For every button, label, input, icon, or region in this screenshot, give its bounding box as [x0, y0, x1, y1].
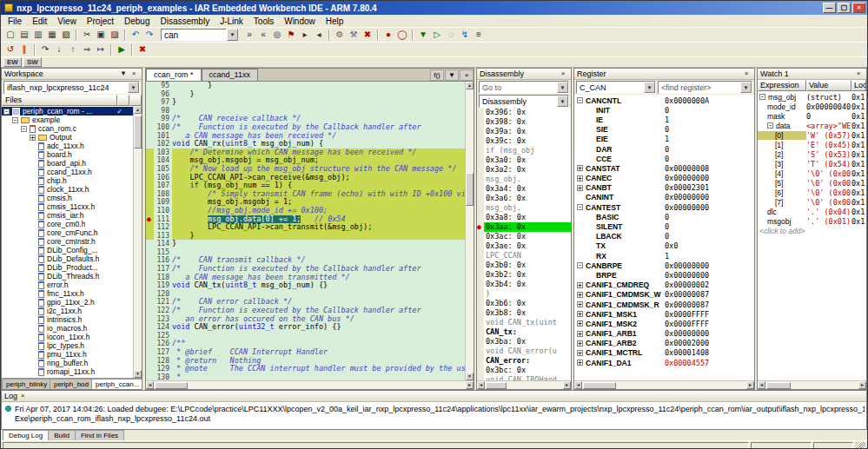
register-row[interactable]: +CANIF1_MSK10x0000FFFF	[574, 309, 754, 319]
erase-memory-icon[interactable]: ◌	[444, 29, 458, 41]
expand-toggle[interactable]: +	[577, 165, 583, 171]
scroll-thumb[interactable]	[466, 173, 474, 206]
watch-row[interactable]: -data<array>"WEST"0x1	[758, 121, 866, 130]
breakpoint-margin[interactable]	[146, 248, 154, 257]
breakpoint-margin[interactable]	[146, 365, 154, 373]
tree-item[interactable]: +ring_buffer.h	[2, 359, 133, 367]
expand-toggle[interactable]: +	[577, 311, 583, 317]
undo-icon[interactable]: ↶	[129, 29, 142, 41]
watch-row[interactable]: dlc'.' (0x04)0x1	[758, 207, 866, 216]
watch-row[interactable]: [5]'\0' (0x00)0x1	[758, 178, 866, 188]
download-and-debug-icon[interactable]: ▼	[416, 29, 430, 41]
tree-item[interactable]: +clock_11xx.h	[2, 185, 133, 194]
debug-without-downloading-icon[interactable]: ▷	[430, 29, 444, 41]
code-text[interactable]: msg_obj.msgobj = 1;	[172, 198, 465, 207]
tree-item[interactable]: +romapi_11xx.h	[2, 367, 133, 376]
watch-row[interactable]: -msg_obj(struct)0x1	[758, 92, 866, 102]
code-text[interactable]: /**	[172, 340, 465, 348]
group-dropdown-icon[interactable]: ▼	[644, 82, 655, 93]
register-row[interactable]: +TX0x0	[574, 241, 754, 251]
expand-toggle[interactable]: +	[577, 282, 583, 288]
breakpoint-margin[interactable]	[146, 140, 154, 149]
register-close-icon[interactable]: ×	[741, 69, 752, 79]
breakpoint-margin[interactable]	[146, 115, 154, 123]
workspace-tab[interactable]: periph_bod	[50, 379, 92, 389]
breakpoint-margin[interactable]	[146, 240, 154, 248]
code-text[interactable]	[172, 248, 465, 257]
log-close-icon[interactable]: ×	[17, 392, 28, 401]
find-dropdown-icon[interactable]: ▼	[740, 82, 752, 93]
code-text[interactable]: }	[172, 240, 465, 248]
tree-item[interactable]: +io_macros.h	[2, 324, 133, 333]
break-icon[interactable]: ∥	[17, 43, 31, 56]
code-text[interactable]: * @brief CCAN Interrupt Handler	[172, 348, 465, 357]
breakpoint-margin[interactable]	[146, 207, 154, 215]
tree-item[interactable]: +fmc_11xx.h	[2, 289, 133, 298]
workspace-vscroll[interactable]: ▲ ▼	[133, 106, 142, 378]
disassembly-row[interactable]: 0x3a0: 0x	[477, 155, 571, 165]
breakpoint-margin[interactable]	[146, 332, 154, 340]
breakpoint-margin[interactable]	[146, 107, 154, 116]
watch-row[interactable]: [2]'S' (0x53)0x1	[758, 149, 866, 159]
code-text[interactable]: //msg_obj.mode_id += 0x100;	[172, 207, 465, 215]
maximize-button[interactable]: ▢	[838, 3, 851, 13]
disassembly-row[interactable]: void CAN_tx(uint	[477, 318, 571, 327]
breakpoint-margin[interactable]	[146, 182, 154, 190]
register-row[interactable]: +CANSTAT0x00000008	[574, 163, 754, 173]
menu-edit[interactable]: Edit	[27, 16, 52, 27]
expand-toggle[interactable]: +	[577, 331, 583, 337]
tree-item[interactable]: +DLib_Config_...	[2, 246, 133, 254]
tab-list-icon[interactable]: ▼	[445, 69, 459, 81]
search-dropdown-icon[interactable]: ▼	[227, 29, 238, 41]
expand-toggle[interactable]: -	[577, 97, 583, 103]
expand-toggle[interactable]: +	[577, 175, 583, 182]
code-text[interactable]: * @note The CCAN interrupt handler must …	[172, 365, 465, 373]
mini-tab-ew[interactable]: EW	[3, 57, 22, 67]
scroll-track[interactable]	[466, 89, 474, 373]
find-next-icon[interactable]: »	[242, 29, 256, 41]
breakpoint-margin[interactable]	[146, 281, 154, 290]
scroll-track[interactable]	[134, 114, 142, 370]
expand-toggle[interactable]: -	[577, 204, 583, 210]
menu-tools[interactable]: Tools	[248, 16, 279, 27]
register-row[interactable]: +IE1	[574, 115, 754, 124]
breakpoint-margin[interactable]	[146, 198, 154, 207]
disassembly-row[interactable]: 0x3a8: 0x	[477, 213, 571, 222]
scroll-thumb[interactable]	[766, 382, 791, 389]
code-text[interactable]: /* Function is executed by the Callback …	[172, 265, 465, 274]
save-icon[interactable]: ▥	[31, 29, 45, 41]
disassembly-row[interactable]: 0x39a: 0x	[477, 127, 571, 136]
expand-toggle[interactable]: +	[577, 340, 583, 347]
scroll-right-icon[interactable]: ►	[563, 381, 571, 389]
files-column-output[interactable]	[129, 95, 142, 106]
breakpoint-margin[interactable]	[146, 265, 154, 274]
breakpoint-margin[interactable]	[146, 323, 154, 332]
breakpoint-margin[interactable]	[146, 315, 154, 324]
code-text[interactable]: *	[172, 373, 465, 380]
next-bookmark-icon[interactable]: ▸	[298, 29, 312, 41]
step-out-icon[interactable]: ↑	[66, 43, 80, 56]
register-row[interactable]: +EIE1	[574, 135, 754, 144]
scroll-right-icon[interactable]: ►	[858, 381, 866, 389]
tree-item[interactable]: -example	[2, 116, 133, 124]
scroll-left-icon[interactable]: ◄	[146, 381, 154, 389]
code-text[interactable]: LPC_CCAN_API->can_receive(&msg_obj);	[172, 174, 465, 182]
register-row[interactable]: +CANIF1_ARB20x00002000	[574, 339, 754, 348]
code-text[interactable]: /* Determine which CAN message has been …	[172, 149, 465, 157]
memory-zone-combo[interactable]: Disassembly ▼	[479, 95, 569, 108]
register-row[interactable]: +CANINT0x00000000	[574, 193, 754, 202]
tree-item[interactable]: +core_cm0.h	[2, 220, 133, 228]
scroll-left-icon[interactable]: ◄	[574, 381, 582, 389]
code-text[interactable]: /* Simply transmit CAN frame (echo) with…	[172, 190, 465, 199]
cut-icon[interactable]: ✂	[80, 29, 94, 41]
code-text[interactable]: /* CAN transmit callback */	[172, 256, 465, 265]
code-text[interactable]: /* Now load up the msg_obj structure wit…	[172, 165, 465, 174]
register-row[interactable]: +LBACK0	[574, 232, 754, 241]
register-row[interactable]: +INIT0	[574, 105, 754, 115]
tree-item[interactable]: +pmu_11xx.h	[2, 350, 133, 359]
breakpoint-margin[interactable]	[146, 132, 154, 141]
register-row[interactable]: +CANBT0x00002301	[574, 183, 754, 193]
tree-item[interactable]: +core_cmFunc.h	[2, 228, 133, 237]
breakpoint-margin[interactable]	[146, 165, 154, 174]
breakpoint-icon[interactable]: ●	[147, 215, 151, 223]
